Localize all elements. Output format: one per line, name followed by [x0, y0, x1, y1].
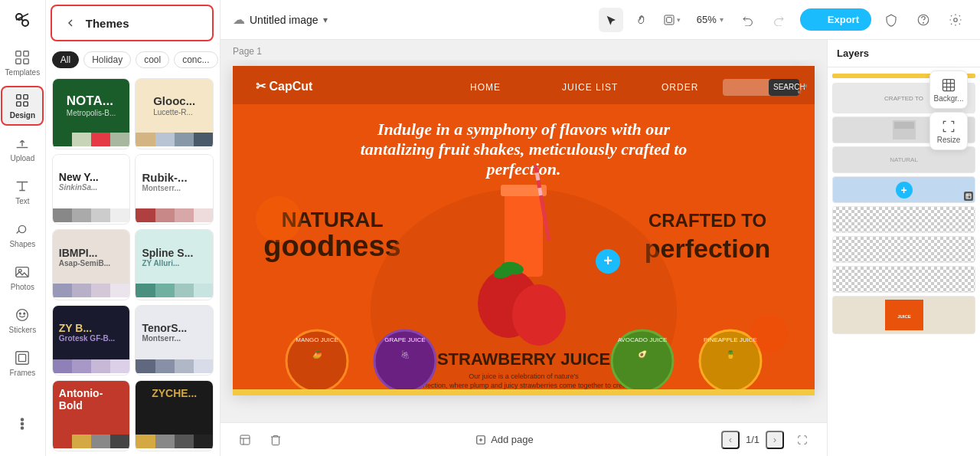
svg-rect-6 [16, 59, 21, 64]
canvas-scroll[interactable]: ✂ CapCut HOME JUICE LIST ORDER SEARCH In… [220, 60, 827, 422]
sidebar-item-stickers[interactable]: Stickers [1, 300, 44, 340]
bottom-delete-icon[interactable] [263, 428, 288, 452]
resize-label: Resize [937, 136, 961, 144]
filter-cool[interactable]: cool [136, 51, 169, 68]
page-indicator: 1/1 [746, 434, 760, 445]
svg-text:Our juice is a celebration of : Our juice is a celebration of nature's [469, 372, 579, 380]
theme-card-ibmpl[interactable]: IBMPI... Asap-SemiB... [52, 229, 131, 300]
frame-tool-btn[interactable]: ▾ [660, 8, 684, 32]
expand-canvas-icon[interactable] [793, 80, 812, 98]
bottom-bar: Add page ‹ 1/1 › [220, 422, 827, 456]
layer-item-5[interactable] [832, 206, 975, 233]
hand-tool-btn[interactable] [629, 8, 654, 32]
sidebar-item-upload[interactable]: Upload [1, 129, 44, 169]
svg-point-73 [256, 196, 302, 242]
document-title[interactable]: Untitled image [250, 14, 318, 26]
bottom-bar-center: Add page [297, 431, 712, 448]
redo-btn[interactable] [766, 8, 791, 32]
svg-rect-25 [667, 17, 672, 22]
main-area: ☁ Untitled image ▾ [220, 0, 980, 456]
svg-text:AVOCADO JUICE: AVOCADO JUICE [618, 336, 668, 343]
background-tool-btn[interactable]: Backgr... [929, 71, 968, 109]
title-chevron-icon[interactable]: ▾ [323, 15, 328, 25]
layer-item-3[interactable]: NATURAL [832, 146, 975, 173]
next-page-btn[interactable]: › [766, 431, 784, 449]
sidebar-label-templates: Templates [5, 68, 41, 77]
canvas-wrapper: ✂ CapCut HOME JUICE LIST ORDER SEARCH In… [233, 66, 815, 395]
theme-card-rubik[interactable]: Rubik-... Montserr... [135, 154, 214, 225]
themes-grid: NOTA... Metropolis-B... Glooc... Lucette… [46, 74, 220, 456]
theme-card-glooc[interactable]: Glooc... Lucette-R... [135, 78, 214, 149]
app-logo[interactable] [8, 6, 36, 34]
prev-page-btn[interactable]: ‹ [721, 431, 740, 449]
cloud-icon: ☁ [233, 12, 245, 27]
svg-text:HOME: HOME [470, 82, 501, 93]
svg-point-13 [19, 225, 26, 232]
zoom-value: 65% [697, 14, 717, 25]
svg-rect-77 [943, 79, 955, 90]
svg-text:GRAPE JUICE: GRAPE JUICE [384, 336, 425, 343]
fullscreen-icon[interactable] [790, 428, 815, 452]
export-button[interactable]: Export [800, 8, 871, 31]
svg-point-28 [954, 18, 958, 21]
export-label: Export [828, 14, 859, 25]
sidebar-label-frames: Frames [9, 369, 35, 377]
theme-card-spline[interactable]: Spline S... ZY Alluri... [135, 229, 214, 300]
themes-filters: All Holiday cool conc... ▾ [46, 46, 220, 74]
svg-rect-9 [24, 95, 28, 100]
filter-holiday[interactable]: Holiday [83, 51, 131, 68]
zyche-label: ZYCHE... [152, 387, 197, 399]
filter-concept[interactable]: conc... [174, 51, 217, 68]
shield-icon[interactable] [879, 8, 903, 32]
resize-tool-btn[interactable]: Resize [929, 112, 968, 150]
undo-btn[interactable] [736, 8, 760, 32]
sidebar-item-photos[interactable]: Photos [1, 258, 44, 297]
svg-text:+: + [603, 252, 612, 269]
bottom-page-icon[interactable] [233, 428, 257, 452]
svg-point-18 [24, 313, 25, 314]
back-button[interactable] [61, 14, 80, 32]
add-page-label: Add page [491, 434, 534, 445]
bottom-bar-left [233, 428, 288, 452]
sidebar: Templates Design Upload Text Shapes [0, 0, 46, 456]
help-icon[interactable] [911, 8, 936, 32]
canvas-float-tools: Backgr... Resize [929, 71, 968, 150]
settings-icon[interactable] [943, 8, 968, 32]
svg-rect-20 [19, 354, 26, 361]
themes-title: Themes [86, 17, 129, 30]
filter-all[interactable]: All [52, 51, 79, 68]
svg-rect-75 [240, 435, 250, 445]
add-page-button[interactable]: Add page [469, 431, 540, 448]
sidebar-label-stickers: Stickers [9, 326, 37, 334]
theme-card-nota[interactable]: NOTA... Metropolis-B... [52, 78, 131, 149]
layer-item-7[interactable] [832, 266, 975, 293]
sidebar-more-btn[interactable] [1, 404, 44, 444]
sidebar-item-text[interactable]: Text [1, 172, 44, 212]
topbar-tools: ▾ 65% ▾ [599, 8, 791, 32]
sidebar-item-design[interactable]: Design [1, 86, 44, 126]
sidebar-item-templates[interactable]: Templates [1, 43, 44, 83]
themes-header: Themes [51, 5, 214, 41]
svg-text:JUICE LIST: JUICE LIST [562, 82, 618, 93]
svg-text:perfection, where plump and ju: perfection, where plump and juicy strawb… [415, 382, 632, 389]
layer-item-6[interactable] [832, 236, 975, 263]
zoom-control[interactable]: 65% ▾ [691, 11, 730, 28]
page-label: Page 1 [220, 40, 827, 60]
theme-card-zyche[interactable]: ZYCHE... [135, 380, 214, 451]
svg-rect-8 [17, 95, 21, 100]
antonio-label: Antonio-Bold [59, 387, 124, 412]
sidebar-label-text: Text [15, 197, 29, 205]
layer-item-8[interactable]: JUICE [832, 296, 975, 334]
sidebar-item-frames[interactable]: Frames [1, 343, 44, 383]
sidebar-item-shapes[interactable]: Shapes [1, 215, 44, 254]
sidebar-label-design: Design [10, 111, 35, 120]
theme-card-antonio[interactable]: Antonio-Bold [52, 380, 131, 451]
svg-text:CRAFTED TO: CRAFTED TO [648, 210, 766, 231]
svg-point-17 [20, 313, 21, 314]
svg-text:MANGO JUICE: MANGO JUICE [296, 336, 338, 343]
theme-card-newy[interactable]: New Y... SinkinSa... [52, 154, 131, 225]
select-tool-btn[interactable] [599, 8, 623, 32]
theme-card-zy[interactable]: ZY B... Grotesk GF-B... [52, 305, 131, 376]
layer-item-4[interactable]: + [832, 176, 975, 203]
theme-card-tenor[interactable]: TenorS... Montserr... [135, 305, 214, 376]
